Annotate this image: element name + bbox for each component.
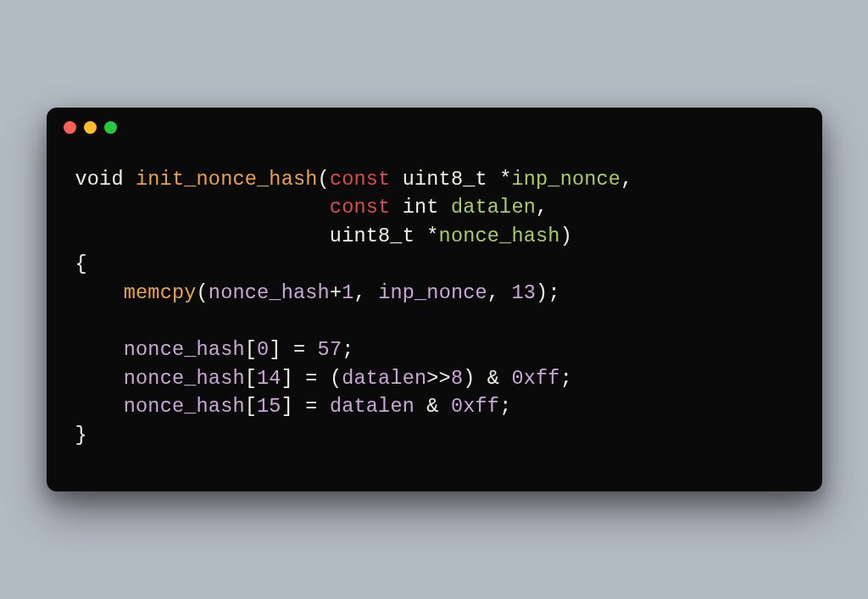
- number: 0: [257, 338, 269, 361]
- hex: 0xff: [511, 367, 559, 390]
- paren: (: [318, 168, 330, 191]
- plus: +: [330, 281, 342, 304]
- window-titlebar: [47, 108, 822, 148]
- and-op: &: [415, 395, 451, 418]
- semicolon: ;: [499, 395, 511, 418]
- brace: {: [75, 252, 87, 275]
- hex: 0xff: [451, 395, 499, 418]
- bracket: [: [245, 395, 257, 418]
- keyword-const: const: [330, 168, 403, 191]
- ident: nonce_hash: [209, 281, 330, 304]
- minimize-icon[interactable]: [84, 121, 97, 134]
- brace: }: [75, 424, 87, 446]
- call-memcpy: memcpy: [124, 281, 197, 304]
- number: 57: [318, 338, 342, 361]
- indent: [75, 367, 124, 390]
- ident: nonce_hash: [124, 338, 245, 361]
- code-window: void init_nonce_hash(const uint8_t *inp_…: [47, 108, 822, 492]
- ident: datalen: [330, 395, 415, 418]
- star: *: [426, 225, 438, 247]
- ident: nonce_hash: [124, 367, 245, 390]
- paren: ): [560, 225, 572, 247]
- comma: ,: [536, 196, 548, 219]
- number: 15: [257, 395, 281, 418]
- indent: [75, 281, 124, 304]
- type: uint8_t: [403, 168, 499, 191]
- number: 13: [511, 281, 536, 304]
- keyword-void: void: [75, 168, 136, 191]
- param: inp_nonce: [511, 168, 620, 191]
- bracket: [: [245, 367, 257, 390]
- keyword-const: const: [330, 196, 403, 219]
- param: datalen: [451, 196, 536, 219]
- indent: [75, 338, 124, 361]
- bracket-assign: ] =: [269, 338, 317, 361]
- param: nonce_hash: [439, 225, 560, 247]
- ident: datalen: [342, 367, 426, 390]
- star: *: [499, 168, 511, 191]
- function-name: init_nonce_hash: [136, 168, 318, 191]
- ident: inp_nonce: [378, 281, 487, 304]
- shift-op: >>: [426, 367, 451, 390]
- bracket: [: [245, 338, 257, 361]
- comma: ,: [620, 168, 632, 191]
- number: 8: [451, 367, 463, 390]
- comma: ,: [487, 281, 512, 304]
- number: 1: [342, 281, 353, 304]
- semicolon: ;: [560, 367, 572, 390]
- paren-and: ) &: [463, 367, 511, 390]
- maximize-icon[interactable]: [104, 121, 117, 134]
- close-icon[interactable]: [64, 121, 76, 134]
- number: 14: [257, 367, 281, 390]
- bracket-assign: ] = (: [281, 367, 342, 390]
- type: int: [403, 196, 451, 219]
- indent: [75, 225, 330, 247]
- code-block: void init_nonce_hash(const uint8_t *inp_…: [47, 148, 822, 492]
- paren: (: [197, 281, 209, 304]
- bracket-assign: ] =: [281, 395, 330, 418]
- type: uint8_t: [330, 225, 426, 247]
- indent: [75, 395, 124, 418]
- paren: );: [536, 281, 560, 304]
- semicolon: ;: [342, 338, 353, 361]
- ident: nonce_hash: [124, 395, 245, 418]
- comma: ,: [354, 281, 379, 304]
- indent: [75, 196, 330, 219]
